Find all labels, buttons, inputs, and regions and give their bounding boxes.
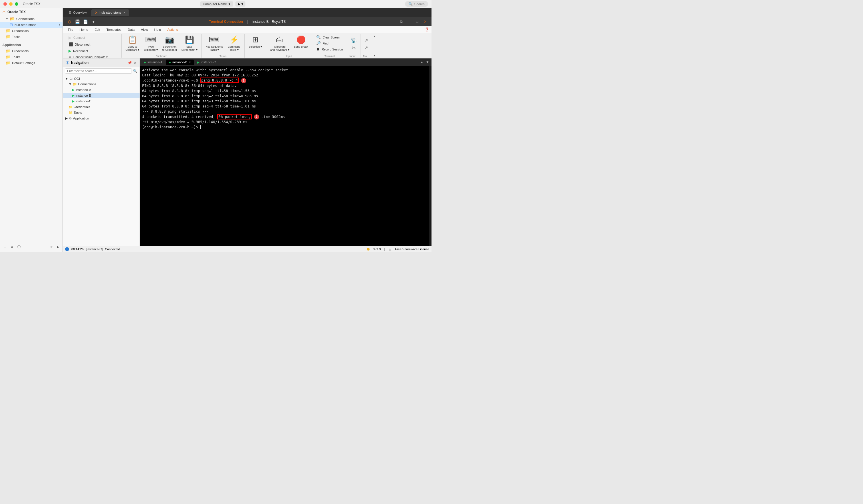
- key-sequence-label: Key SequenceTasks ▾: [206, 45, 223, 52]
- save-screenshot-icon: 💾: [185, 35, 194, 44]
- ribbon-record-session-button[interactable]: ⏺ Record Session: [314, 46, 345, 52]
- nav-item-tasks-nav[interactable]: 📁 Tasks: [63, 110, 140, 115]
- nav-item-oci[interactable]: ▼ 🗂 OCI: [63, 76, 140, 81]
- terminal-scrollbar[interactable]: [429, 66, 432, 246]
- terminal-scroll-down-icon[interactable]: ▼: [425, 59, 430, 65]
- tab-b-label: instance-B: [172, 61, 187, 64]
- term-tab-instance-c[interactable]: ▶ instance-C: [195, 60, 219, 65]
- status-table-icon: ⊞: [388, 247, 391, 251]
- ribbon-clear-screen-button[interactable]: 🔍 Clear Screen: [314, 34, 345, 40]
- tab-hub-step-stone[interactable]: ✕ hub-step-stone ✕: [91, 9, 129, 16]
- nav-info-icon: ⓘ: [66, 60, 69, 65]
- sidebar-info-button[interactable]: ⓘ: [16, 244, 22, 250]
- ribbon-screenshot-clipboard-button[interactable]: 📷 Screenshotto Clipboard: [161, 34, 179, 53]
- ribbon-type-clipboard-button[interactable]: ⌨ TypeClipboard ▾: [142, 34, 159, 53]
- ribbon-copy-clipboard-button[interactable]: 📋 Copy toClipboard ▾: [124, 34, 141, 53]
- nav-tree: ▼ 🗂 OCI ▼ 📁 Connections ▶ instance-A: [63, 75, 140, 246]
- nav-oci-label: OCI: [74, 77, 79, 80]
- nav-item-instance-c[interactable]: ▶ instance-C: [63, 98, 140, 104]
- sidebar-item-app-credentials[interactable]: 📁 Credentials: [0, 48, 62, 54]
- sidebar-add-button[interactable]: ＋: [2, 244, 8, 250]
- ribbon-key-sequence-button[interactable]: ⌨ Key SequenceTasks ▾: [204, 34, 225, 53]
- nav-pin-icon[interactable]: 📌: [127, 61, 132, 65]
- terminal-line-5: 64 bytes from 8.8.8.8: icmp_seq=1 ttl=58…: [142, 88, 427, 93]
- window-minimize-button[interactable]: ─: [407, 19, 412, 25]
- selection-label: Selection ▾: [249, 45, 262, 48]
- nav-item-application-nav[interactable]: ▶ ⚙ Application: [63, 115, 140, 121]
- ribbon-reconnect-button[interactable]: ▶ Reconnect: [67, 48, 119, 54]
- help-icon[interactable]: ❓: [425, 27, 429, 31]
- tab-b-close-icon[interactable]: ✕: [189, 61, 191, 64]
- sidebar-play-button[interactable]: ▶: [55, 245, 60, 249]
- play-button[interactable]: ▶ ▾: [236, 1, 246, 7]
- ribbon-disconnect-button[interactable]: ⬛ Disconnect: [67, 41, 119, 48]
- terminal-line-12: [opc@ih-instance-vcn-b ~]$: [142, 125, 427, 130]
- sidebar-item-hub-step-stone[interactable]: ⊡ hub-step-stone ↑: [0, 22, 62, 28]
- menu-view[interactable]: View: [138, 27, 151, 32]
- menu-actions[interactable]: Actions: [164, 27, 181, 32]
- sidebar-item-oracle-tsx[interactable]: ⚠ Oracle TSX: [0, 8, 62, 16]
- connections-folder-icon: 📁: [73, 82, 77, 86]
- terminal-line-1: Activate the web console with: systemctl…: [142, 67, 427, 73]
- nav-item-credentials-nav[interactable]: 📁 Credentials: [63, 104, 140, 110]
- terminal[interactable]: Activate the web console with: systemctl…: [140, 66, 429, 246]
- ribbon-group-terminal: 🔍 Clear Screen 🔎 Find ⏺ Record Session T…: [312, 34, 347, 57]
- nav-search-input[interactable]: [65, 68, 132, 74]
- badge-2: 2: [254, 114, 259, 119]
- ribbon-send-break-button[interactable]: 🛑 Send Break: [292, 34, 310, 49]
- term-tab-instance-a[interactable]: ▶ instance-A: [141, 60, 165, 65]
- sidebar-item-application[interactable]: Application: [0, 42, 62, 48]
- application-nav-icon: ⚙: [69, 116, 72, 120]
- sidebar-item-default-settings[interactable]: 📁 Default Settings: [0, 60, 62, 66]
- menu-data[interactable]: Data: [125, 27, 137, 32]
- menu-edit[interactable]: Edit: [92, 27, 103, 32]
- nav-item-instance-b[interactable]: ▶ instance-B: [63, 93, 140, 98]
- ribbon-clipboard-keyboard-button[interactable]: 🖮 Clipboardand Keyboard ▾: [268, 34, 291, 53]
- tab-close-icon[interactable]: ✕: [123, 11, 126, 14]
- window-quick-access-icon[interactable]: ▾: [90, 18, 97, 25]
- menu-templates[interactable]: Templates: [103, 27, 124, 32]
- status-divider: |: [384, 247, 385, 251]
- ribbon-save-screenshot-button[interactable]: 💾 SaveScreenshot ▾: [180, 34, 199, 53]
- computer-name-dropdown[interactable]: Computer Name ▾: [200, 1, 233, 7]
- nav-panel: ⓘ Navigation 📌 ✕ 🔍 ▼ 🗂 OCI: [63, 59, 140, 246]
- terminal-line-2: Last login: Thu May 23 08:09:47 2024 fro…: [142, 73, 427, 78]
- connections-chevron: ▼: [68, 82, 72, 86]
- window-save-icon[interactable]: 💾: [74, 18, 80, 25]
- mac-maximize-button[interactable]: [15, 2, 18, 6]
- window-restore-button[interactable]: □: [414, 19, 420, 25]
- menu-help[interactable]: Help: [151, 27, 164, 32]
- sidebar-item-tasks[interactable]: 📁 Tasks: [0, 34, 62, 40]
- mac-close-button[interactable]: [3, 2, 7, 6]
- terminal-tabs: ▶ instance-A ▶ instance-B ✕ ▶ instance-C: [140, 59, 432, 66]
- term-tab-instance-b[interactable]: ▶ instance-B ✕: [166, 60, 194, 65]
- window-close-button[interactable]: ✕: [422, 19, 428, 25]
- nav-instance-a-label: instance-A: [76, 88, 91, 91]
- ribbon-command-tasks-button[interactable]: ⚡ CommandTasks ▾: [226, 34, 242, 53]
- mac-minimize-button[interactable]: [9, 2, 13, 6]
- terminal-scroll-up-icon[interactable]: ▲: [419, 59, 425, 65]
- nav-item-instance-a[interactable]: ▶ instance-A: [63, 87, 140, 93]
- ribbon-scroll-up[interactable]: ▲: [373, 35, 376, 38]
- nav-item-connections-group[interactable]: ▼ 📁 Connections: [63, 81, 140, 87]
- hub-tab-icon: ✕: [95, 11, 98, 15]
- tab-overview[interactable]: ⊞ Overview: [65, 9, 90, 16]
- nav-close-icon[interactable]: ✕: [134, 61, 137, 65]
- record-icon: ⏺: [316, 47, 320, 51]
- application-label: Application: [2, 43, 21, 47]
- sidebar-item-connections[interactable]: ▼ 📂 Connections: [0, 16, 62, 22]
- sidebar-item-app-tasks[interactable]: 📁 Tasks: [0, 54, 62, 60]
- menu-home[interactable]: Home: [77, 27, 91, 32]
- menu-file[interactable]: File: [65, 27, 76, 32]
- ribbon-selection-button[interactable]: ⊞ Selection ▾: [247, 34, 264, 49]
- window-tile-button[interactable]: ⧉: [398, 19, 404, 25]
- search-bar[interactable]: 🔍 Search: [405, 1, 428, 7]
- sidebar-settings-button[interactable]: ⚙: [10, 245, 14, 249]
- mac-titlebar: Oracle TSX Computer Name ▾ ▶ ▾ 🔍 Search: [0, 0, 432, 8]
- sidebar-star-button[interactable]: ☆: [49, 245, 54, 249]
- ribbon-scroll-down[interactable]: ▼: [373, 54, 376, 57]
- ribbon-find-button[interactable]: 🔎 Find: [314, 40, 345, 46]
- window-doc-icon[interactable]: 📄: [82, 18, 88, 25]
- window-home-icon[interactable]: ⊙: [66, 18, 73, 25]
- sidebar-item-credentials[interactable]: 📁 Credentials: [0, 28, 62, 34]
